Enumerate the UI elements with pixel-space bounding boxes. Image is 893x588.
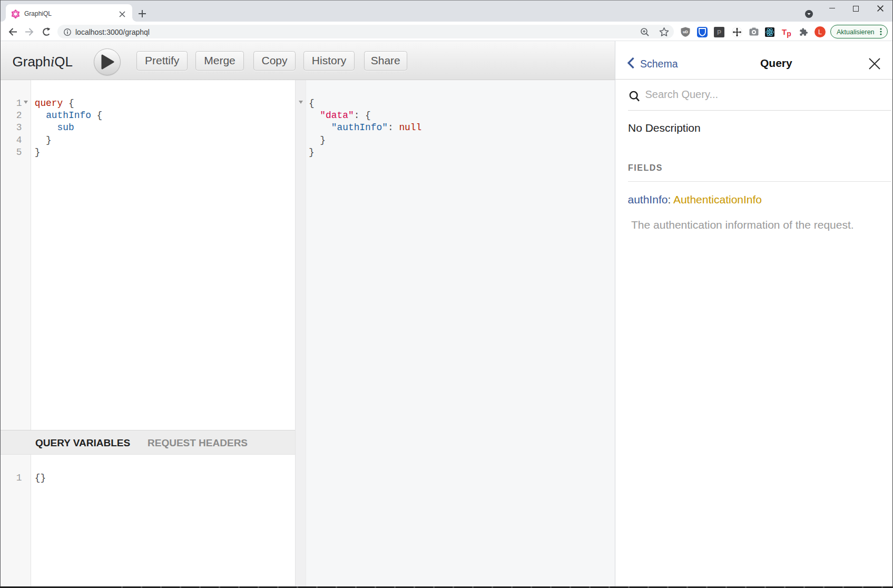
svg-text:L: L bbox=[818, 28, 822, 36]
svg-text:P: P bbox=[717, 28, 721, 36]
svg-text:uD: uD bbox=[683, 30, 689, 34]
